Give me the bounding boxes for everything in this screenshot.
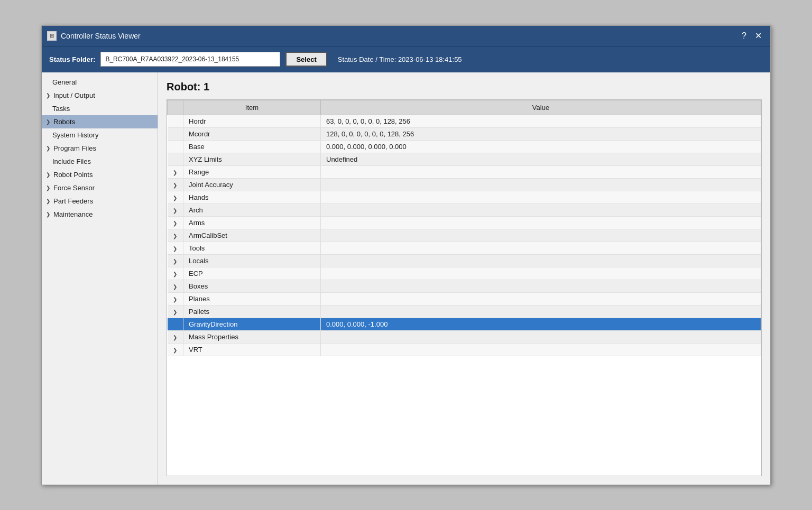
value-cell (321, 242, 761, 254)
table-row[interactable]: ❯Pallets (168, 305, 761, 318)
sidebar-item-general[interactable]: General (42, 76, 158, 89)
table-row[interactable]: Mcordr128, 0, 0, 0, 0, 0, 0, 128, 256 (168, 127, 761, 140)
table-row[interactable]: ❯Mass Properties (168, 330, 761, 343)
expand-btn[interactable]: ❯ (168, 191, 183, 203)
sidebar-item-robot-points[interactable]: ❯ Robot Points (42, 168, 158, 181)
expand-btn[interactable]: ❯ (168, 330, 183, 343)
chevron-right-icon: ❯ (173, 220, 177, 226)
sidebar-item-maintenance[interactable]: ❯ Maintenance (42, 208, 158, 221)
table-row[interactable]: Hordr63, 0, 0, 0, 0, 0, 0, 128, 256 (168, 115, 761, 127)
chevron-right-icon: ❯ (173, 195, 177, 201)
expand-btn[interactable]: ❯ (168, 165, 183, 178)
empty-indent (168, 140, 183, 153)
chevron-right-icon: ❯ (173, 296, 177, 302)
sidebar-item-include-files-label: Include Files (52, 157, 91, 165)
item-name-cell: Arms (183, 216, 321, 229)
empty-indent (168, 318, 183, 330)
main-window: ⊞ Controller Status Viewer ? ✕ Status Fo… (41, 25, 771, 485)
value-cell (321, 343, 761, 356)
window-title: Controller Status Viewer (61, 32, 141, 40)
table-row[interactable]: ❯Locals (168, 254, 761, 267)
sidebar-item-input-output-label: Input / Output (53, 91, 95, 99)
expand-btn[interactable]: ❯ (168, 229, 183, 242)
expand-btn[interactable]: ❯ (168, 254, 183, 267)
chevron-right-icon: ❯ (173, 258, 177, 264)
expand-btn[interactable]: ❯ (168, 343, 183, 356)
table-row[interactable]: ❯ECP (168, 267, 761, 280)
sidebar-item-system-history[interactable]: System History (42, 128, 158, 142)
item-name-cell: Hordr (183, 115, 321, 127)
value-cell (321, 305, 761, 318)
table-row[interactable]: ❯Boxes (168, 280, 761, 292)
item-name-cell: Tools (183, 242, 321, 254)
item-name-cell: VRT (183, 343, 321, 356)
sidebar-item-force-sensor[interactable]: ❯ Force Sensor (42, 181, 158, 194)
chevron-icon-part-feeders: ❯ (46, 198, 50, 204)
empty-indent (168, 115, 183, 127)
close-button[interactable]: ✕ (752, 32, 765, 40)
item-name-cell: Hands (183, 191, 321, 203)
table-row[interactable]: ❯Tools (168, 242, 761, 254)
value-cell (321, 330, 761, 343)
sidebar-item-include-files[interactable]: Include Files (42, 155, 158, 168)
expand-btn[interactable]: ❯ (168, 178, 183, 191)
table-row[interactable]: ❯Planes (168, 292, 761, 305)
value-cell: 63, 0, 0, 0, 0, 0, 0, 128, 256 (321, 115, 761, 127)
expand-btn[interactable]: ❯ (168, 267, 183, 280)
expand-btn[interactable]: ❯ (168, 203, 183, 216)
status-datetime-label: Status Date / Time: 2023-06-13 18:41:55 (338, 55, 462, 63)
table-row[interactable]: Base0.000, 0.000, 0.000, 0.000 (168, 140, 761, 153)
title-bar-left: ⊞ Controller Status Viewer (47, 31, 141, 41)
chevron-icon-robot-points: ❯ (46, 172, 50, 178)
table-row[interactable]: GravityDirection0.000, 0.000, -1.000 (168, 318, 761, 330)
sidebar-item-robots[interactable]: ❯ Robots (42, 115, 158, 128)
item-name-cell: Boxes (183, 280, 321, 292)
expand-btn[interactable]: ❯ (168, 242, 183, 254)
sidebar-item-program-files-label: Program Files (53, 144, 96, 152)
sidebar-item-general-label: General (52, 78, 77, 86)
status-folder-label: Status Folder: (49, 55, 95, 63)
item-name-cell: XYZ Limits (183, 153, 321, 165)
table-row[interactable]: ❯Range (168, 165, 761, 178)
value-cell (321, 216, 761, 229)
value-cell (321, 254, 761, 267)
chevron-right-icon: ❯ (173, 335, 177, 340)
table-row[interactable]: ❯Arch (168, 203, 761, 216)
expand-btn[interactable]: ❯ (168, 305, 183, 318)
table-row[interactable]: ❯Hands (168, 191, 761, 203)
select-button[interactable]: Select (285, 52, 327, 67)
sidebar-item-input-output[interactable]: ❯ Input / Output (42, 89, 158, 102)
chevron-right-icon: ❯ (173, 246, 177, 252)
item-name-cell: Joint Accuracy (183, 178, 321, 191)
status-folder-input[interactable] (100, 52, 280, 67)
chevron-right-icon: ❯ (173, 347, 177, 353)
main-content: General ❯ Input / Output Tasks ❯ Robots … (42, 72, 770, 485)
chevron-right-icon: ❯ (173, 309, 177, 315)
table-row[interactable]: ❯Arms (168, 216, 761, 229)
table-row[interactable]: XYZ LimitsUndefined (168, 153, 761, 165)
sidebar-item-program-files[interactable]: ❯ Program Files (42, 142, 158, 155)
value-cell (321, 280, 761, 292)
value-cell: 128, 0, 0, 0, 0, 0, 0, 128, 256 (321, 127, 761, 140)
col-indent-header (168, 100, 183, 115)
value-cell (321, 165, 761, 178)
expand-btn[interactable]: ❯ (168, 292, 183, 305)
table-row[interactable]: ❯Joint Accuracy (168, 178, 761, 191)
table-row[interactable]: ❯ArmCalibSet (168, 229, 761, 242)
item-name-cell: GravityDirection (183, 318, 321, 330)
sidebar-item-force-sensor-label: Force Sensor (53, 184, 95, 192)
data-table-container[interactable]: Item Value Hordr63, 0, 0, 0, 0, 0, 0, 12… (167, 99, 762, 476)
sidebar-item-tasks[interactable]: Tasks (42, 102, 158, 115)
chevron-right-icon: ❯ (173, 170, 177, 175)
sidebar-item-part-feeders[interactable]: ❯ Part Feeders (42, 194, 158, 208)
expand-btn[interactable]: ❯ (168, 280, 183, 292)
chevron-icon: ❯ (46, 92, 50, 98)
title-bar: ⊞ Controller Status Viewer ? ✕ (42, 26, 770, 46)
empty-indent (168, 153, 183, 165)
col-value-header: Value (321, 100, 761, 115)
expand-btn[interactable]: ❯ (168, 216, 183, 229)
help-button[interactable]: ? (739, 32, 750, 40)
sidebar-item-system-history-label: System History (52, 131, 98, 139)
sidebar-item-robot-points-label: Robot Points (53, 171, 93, 179)
table-row[interactable]: ❯VRT (168, 343, 761, 356)
